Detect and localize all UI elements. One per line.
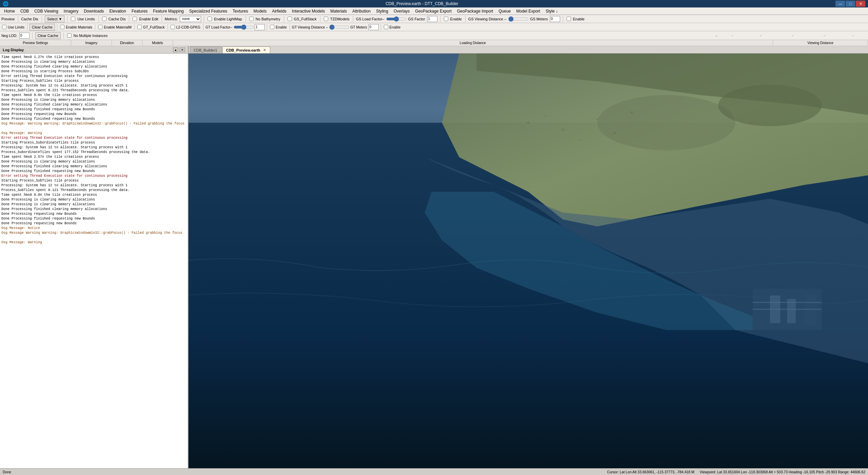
gt-factor-input[interactable] — [255, 24, 265, 30]
menu-item-cdb[interactable]: CDB — [18, 8, 32, 14]
menu-item-features[interactable]: Features — [129, 8, 150, 14]
log-line: Error setting Thread Execution state for… — [1, 74, 186, 79]
use-limits-checkbox[interactable] — [71, 17, 75, 21]
enable-light-checkbox[interactable] — [208, 17, 212, 21]
menu-item-materials[interactable]: Materials — [328, 8, 350, 14]
dash1: – — [715, 34, 717, 38]
menu-item-models[interactable]: Models — [251, 8, 269, 14]
log-line: Starting Process_SubTiles tile process — [1, 79, 186, 83]
menu-item-downloads[interactable]: Downloads — [81, 8, 106, 14]
no-multiple-label: No Multiple Instances — [74, 34, 107, 38]
close-button[interactable]: ✕ — [856, 1, 865, 7]
log-line: Done Processing requesting new Bounds — [1, 112, 186, 117]
log-line: Done Processing is clearing memory alloc… — [1, 197, 186, 202]
maximize-button[interactable]: □ — [846, 1, 855, 7]
menu-item-style-↓[interactable]: Style ↓ — [543, 8, 560, 14]
log-line: Osg Message: Notice — [1, 226, 186, 231]
gt-meters-input[interactable] — [369, 24, 379, 30]
enable-gs2-checkbox[interactable] — [567, 17, 571, 21]
tab-close-cdb_preview[interactable]: ✕ — [263, 48, 266, 52]
log-float-button[interactable]: ▲ — [173, 48, 178, 52]
log-line: Done Processing requesting new Bounds — [1, 221, 186, 226]
gs-viewing-label: GS Viewing Distance – — [468, 17, 506, 21]
menu-item-elevation[interactable]: Elevation — [107, 8, 129, 14]
menu-item-attribution[interactable]: Attribution — [350, 8, 373, 14]
enable-edit-label: Enable Edit — [139, 17, 158, 21]
menu-item-geopackage-export[interactable]: GeoPackage Export — [412, 8, 454, 14]
gs-viewing-slider[interactable] — [508, 17, 529, 21]
tzd-models-checkbox[interactable] — [324, 17, 328, 21]
metrics-dropdown[interactable]: none fps memory — [180, 16, 201, 22]
gs-fullstack-checkbox[interactable] — [288, 17, 292, 21]
menu-item-specialized-features[interactable]: Specialized Features — [186, 8, 230, 14]
tab-cdb_preview[interactable]: CDB_Preview.earth✕ — [222, 46, 270, 53]
enable-edit-checkbox[interactable] — [133, 17, 137, 21]
map-view[interactable] — [189, 54, 868, 468]
menu-item-imagery[interactable]: Imagery — [61, 8, 81, 14]
log-panel: Log Display ▲ ✕ Time spent hms0 1.27n th… — [0, 46, 189, 468]
gt-enable2-checkbox[interactable] — [384, 25, 388, 29]
no-bathymetry-label: No Bathymetry — [256, 17, 280, 21]
gt-fullstack-checkbox[interactable] — [137, 25, 142, 29]
gt-meters-label: GT Meters — [350, 25, 367, 29]
log-line: Osg Message Warning Warning: GraphicsWin… — [1, 231, 186, 235]
no-bathymetry-checkbox[interactable] — [249, 17, 254, 21]
log-line — [1, 235, 186, 240]
log-line: Process_SubTiles spent 0.121 ThreadSecon… — [1, 188, 186, 193]
neg-lod-input[interactable] — [19, 33, 29, 39]
gs-factor-input[interactable] — [427, 16, 437, 22]
log-line: Osg Message: Warning — [1, 240, 186, 245]
cursor-info: Cursor: Lat Lon Alt 33.663061, -115.3777… — [607, 470, 694, 474]
menu-item-airfields[interactable]: Airfields — [269, 8, 289, 14]
gt-load-slider[interactable] — [234, 25, 254, 30]
menu-item-cdb-viewing[interactable]: CDB Viewing — [32, 8, 61, 14]
tab-cdb_builder1[interactable]: CDB_Builder1 — [190, 46, 222, 53]
menu-item-styling[interactable]: Styling — [373, 8, 391, 14]
menu-item-model-export[interactable]: Model Export — [514, 8, 543, 14]
log-line: Error setting Thread Execution state for… — [1, 174, 186, 178]
models-label: Models — [142, 40, 173, 46]
menu-item-feature-mapping[interactable]: Feature Mapping — [150, 8, 186, 14]
gt-enable-checkbox[interactable] — [270, 25, 274, 29]
svg-point-2 — [597, 95, 735, 150]
gs-factor-label: GS Factor — [408, 17, 425, 21]
menu-item-home[interactable]: Home — [1, 8, 18, 14]
status-bar: Done Cursor: Lat Lon Alt 33.663061, -115… — [0, 468, 868, 475]
imagery-label: Imagery — [71, 40, 112, 46]
menu-item-geopackage-import[interactable]: GeoPackage Import — [454, 8, 496, 14]
log-line: Osg Message: Warning Warning: GraphicsWi… — [1, 121, 186, 126]
l2-cdb-gpkg-checkbox[interactable] — [171, 25, 175, 29]
no-multiple-checkbox[interactable] — [67, 33, 72, 38]
gt-enable-label: Enable — [276, 25, 287, 29]
use-limits2-checkbox[interactable] — [2, 25, 6, 29]
viewing-distance-label: Viewing Distance — [773, 40, 868, 46]
log-line: Done Processing is clearing memory alloc… — [1, 60, 186, 64]
enable-materialm-checkbox[interactable] — [98, 25, 102, 29]
minimize-button[interactable]: — — [835, 1, 845, 7]
tab-bar: CDB_Builder1CDB_Preview.earth✕ — [189, 46, 868, 54]
select-button[interactable]: Select ▼ — [45, 16, 65, 22]
gs-load-slider[interactable] — [386, 17, 407, 21]
log-line: Done Processing finished requesting new … — [1, 117, 186, 121]
log-line: Error setting Thread Execution state for… — [1, 136, 186, 140]
log-line: Done Processing finished clearing memory… — [1, 164, 186, 169]
menu-item-textures[interactable]: Textures — [230, 8, 251, 14]
clear-cache2-button[interactable]: Clear Cache — [35, 32, 61, 39]
main-area: Log Display ▲ ✕ Time spent hms0 1.27n th… — [0, 46, 868, 468]
menu-item-overlays[interactable]: Overlays — [391, 8, 412, 14]
log-content[interactable]: Time spent hms0 1.27n the tile creatiosn… — [0, 54, 188, 468]
enable-materials-checkbox[interactable] — [60, 25, 64, 29]
log-line: Time spent hms0 1.27n the tile creatiosn… — [1, 55, 186, 60]
gs-meters-input[interactable] — [550, 16, 560, 22]
svg-point-10 — [527, 122, 529, 124]
menu-item-queue[interactable]: Queue — [496, 8, 513, 14]
log-close-button[interactable]: ✕ — [180, 48, 185, 52]
enable-materialm-label: Enable MaterialM — [104, 25, 132, 29]
clear-cache-button[interactable]: Clear Cache — [29, 24, 55, 31]
menu-item-interactive-models[interactable]: Interactive Models — [289, 8, 328, 14]
gt-viewing-slider[interactable] — [329, 25, 350, 30]
cache-dis-checkbox[interactable] — [102, 17, 106, 21]
enable-gs-checkbox[interactable] — [444, 17, 448, 21]
loading-distance-label: Loading Distance — [173, 40, 773, 46]
toolbar2: Use Limits Clear Cache Enable Materials … — [0, 23, 868, 31]
